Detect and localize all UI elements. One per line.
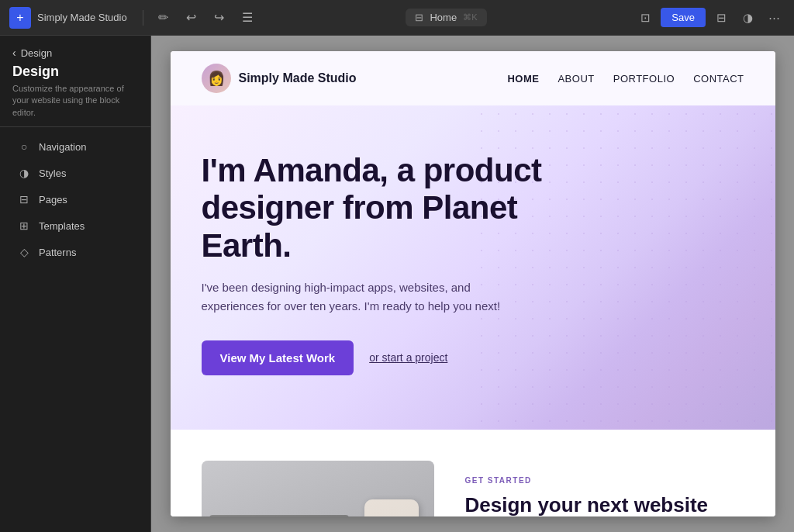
back-arrow-icon: ‹: [12, 47, 16, 59]
sidebar-description: Customize the appearance of your website…: [12, 83, 138, 119]
save-button[interactable]: Save: [661, 8, 706, 27]
sidebar-item-label: Patterns: [39, 247, 76, 258]
toolbar-center: ⊟ Home ⌘K: [264, 9, 629, 26]
main-layout: ‹ Design Design Customize the appearance…: [0, 36, 794, 532]
plus-icon: +: [16, 11, 23, 25]
list-icon: ☰: [242, 10, 253, 25]
page-icon: ⊟: [415, 12, 423, 23]
start-project-link[interactable]: or start a project: [369, 351, 447, 364]
pencil-icon: ✏: [158, 10, 168, 25]
undo-button[interactable]: ↩: [181, 7, 202, 29]
back-label: Design: [21, 47, 52, 59]
sidebar: ‹ Design Design Customize the appearance…: [0, 36, 151, 532]
below-hero-title: Design your next website with clicks, no…: [465, 492, 744, 516]
theme-icon: ◑: [743, 11, 753, 25]
ellipsis-icon: ⋯: [768, 11, 780, 25]
sidebar-item-navigation[interactable]: ○ Navigation: [5, 133, 146, 160]
sidebar-item-patterns[interactable]: ◇ Patterns: [5, 239, 146, 265]
preview-icon: ⊡: [640, 11, 651, 25]
avatar: 👩: [202, 64, 231, 93]
keyboard-shortcut: ⌘K: [463, 12, 477, 22]
add-block-button[interactable]: +: [9, 7, 31, 29]
nav-item-about[interactable]: ABOUT: [558, 73, 594, 85]
site-nav: HOME ABOUT PORTFOLIO CONTACT: [507, 73, 744, 85]
hero-title: I'm Amanda, a product designer from Plan…: [202, 152, 589, 264]
toolbar-right-actions: ⊡ Save ⊟ ◑ ⋯: [634, 7, 785, 29]
redo-button[interactable]: ↪: [209, 7, 230, 29]
hero-buttons: View My Latest Work or start a project: [202, 340, 589, 375]
list-view-button[interactable]: ☰: [236, 7, 258, 29]
hero-section: I'm Amanda, a product designer from Plan…: [171, 105, 775, 430]
sidebar-title: Design: [12, 64, 138, 80]
layout-icon: ⊟: [716, 11, 727, 25]
sidebar-item-templates[interactable]: ⊞ Templates: [5, 212, 146, 239]
laptop-keyboard: [209, 515, 349, 516]
edit-tool-button[interactable]: ✏: [153, 7, 174, 29]
phone-visual: [364, 499, 419, 516]
patterns-icon: ◇: [17, 245, 31, 259]
sidebar-header: ‹ Design Design Customize the appearance…: [0, 36, 150, 127]
sidebar-navigation: ○ Navigation ◑ Styles ⊟ Pages ⊞ Template…: [0, 127, 150, 271]
editor-layout-button[interactable]: ⊟: [710, 7, 732, 29]
pages-icon: ⊟: [17, 192, 31, 206]
site-header: 👩 Simply Made Studio HOME ABOUT PORTFOLI…: [171, 51, 775, 105]
canvas-frame: 👩 Simply Made Studio HOME ABOUT PORTFOLI…: [171, 51, 775, 516]
avatar-image: 👩: [208, 70, 225, 87]
site-title-label: Simply Made Studio: [37, 12, 127, 23]
sidebar-item-label: Navigation: [39, 141, 86, 153]
hero-content: I'm Amanda, a product designer from Plan…: [202, 152, 589, 375]
undo-icon: ↩: [186, 10, 196, 25]
styles-icon: ◑: [17, 166, 31, 180]
toolbar: + Simply Made Studio ✏ ↩ ↪ ☰ ⊟ Home ⌘K ⊡…: [0, 0, 794, 36]
sidebar-item-pages[interactable]: ⊟ Pages: [5, 186, 146, 212]
theme-toggle-button[interactable]: ◑: [737, 7, 758, 29]
page-selector[interactable]: ⊟ Home ⌘K: [406, 9, 486, 26]
sidebar-item-label: Pages: [39, 194, 67, 206]
canvas-area: 👩 Simply Made Studio HOME ABOUT PORTFOLI…: [151, 36, 794, 532]
below-hero-text: GET STARTED Design your next website wit…: [465, 461, 744, 516]
sidebar-item-label: Styles: [39, 168, 66, 179]
sidebar-back-button[interactable]: ‹ Design: [12, 47, 138, 59]
nav-item-contact[interactable]: CONTACT: [693, 73, 744, 85]
redo-icon: ↪: [214, 10, 224, 25]
site-logo-area: 👩 Simply Made Studio: [202, 64, 357, 93]
feature-image: [202, 461, 434, 516]
sidebar-item-label: Templates: [39, 220, 85, 232]
laptop-visual: [202, 461, 434, 516]
navigation-icon: ○: [17, 140, 31, 154]
view-work-button[interactable]: View My Latest Work: [202, 340, 354, 375]
current-page-label: Home: [430, 12, 457, 23]
hero-subtitle: I've been designing high-impact apps, we…: [202, 278, 527, 316]
more-options-button[interactable]: ⋯: [763, 7, 785, 29]
below-hero-section: GET STARTED Design your next website wit…: [171, 430, 775, 516]
section-tag: GET STARTED: [465, 476, 744, 485]
site-name: Simply Made Studio: [239, 71, 357, 85]
sidebar-item-styles[interactable]: ◑ Styles: [5, 160, 146, 186]
nav-item-portfolio[interactable]: PORTFOLIO: [613, 73, 675, 85]
templates-icon: ⊞: [17, 219, 31, 233]
toolbar-divider: [143, 10, 143, 26]
nav-item-home[interactable]: HOME: [507, 73, 539, 85]
preview-button[interactable]: ⊡: [634, 7, 656, 29]
